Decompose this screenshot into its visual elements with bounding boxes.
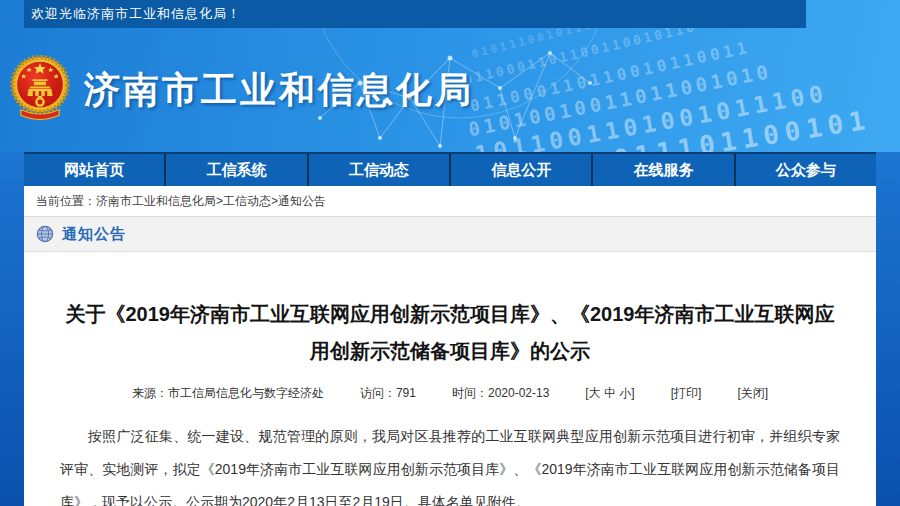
article-meta: 来源：市工信局信息化与数字经济处 访问：791 时间：2020-02-13 [大… [60,385,840,402]
nav-item-system[interactable]: 工信系统 [164,154,306,186]
nav-item-public[interactable]: 公众参与 [734,154,876,186]
welcome-message: 欢迎光临济南市工业和信息化局！ [24,0,806,28]
globe-icon [36,225,54,243]
nav-item-news[interactable]: 工信动态 [307,154,449,186]
national-emblem-icon [10,46,70,134]
breadcrumb[interactable]: 当前位置：济南市工业和信息化局>工信动态>通知公告 [24,186,876,216]
section-title: 通知公告 [62,225,126,244]
print-button[interactable]: [打印] [671,385,702,402]
nav-item-service[interactable]: 在线服务 [591,154,733,186]
section-header: 通知公告 [24,216,876,252]
meta-visits: 访问：791 [360,385,416,402]
content-area: 当前位置：济南市工业和信息化局>工信动态>通知公告 通知公告 关于《2019年济… [24,186,876,506]
paragraph: 按照广泛征集、统一建设、规范管理的原则，我局对区县推荐的工业互联网典型应用创新示… [60,420,840,506]
font-size-control[interactable]: [大 中 小] [585,385,634,402]
article-title: 关于《2019年济南市工业互联网应用创新示范项目库》、《2019年济南市工业互联… [60,296,840,370]
nav-item-home[interactable]: 网站首页 [24,154,164,186]
article-body: 按照广泛征集、统一建设、规范管理的原则，我局对区县推荐的工业互联网典型应用创新示… [60,420,840,506]
meta-source: 来源：市工信局信息化与数字经济处 [132,385,324,402]
nav-item-info[interactable]: 信息公开 [449,154,591,186]
main-navigation: 网站首页 工信系统 工信动态 信息公开 在线服务 公众参与 [24,152,876,186]
site-header: 10010111001011001101001 0101100011011001… [0,0,900,152]
close-button[interactable]: [关闭] [737,385,768,402]
meta-time: 时间：2020-02-13 [452,385,549,402]
article: 关于《2019年济南市工业互联网应用创新示范项目库》、《2019年济南市工业互联… [24,296,876,506]
site-title: 济南市工业和信息化局 [84,66,474,115]
